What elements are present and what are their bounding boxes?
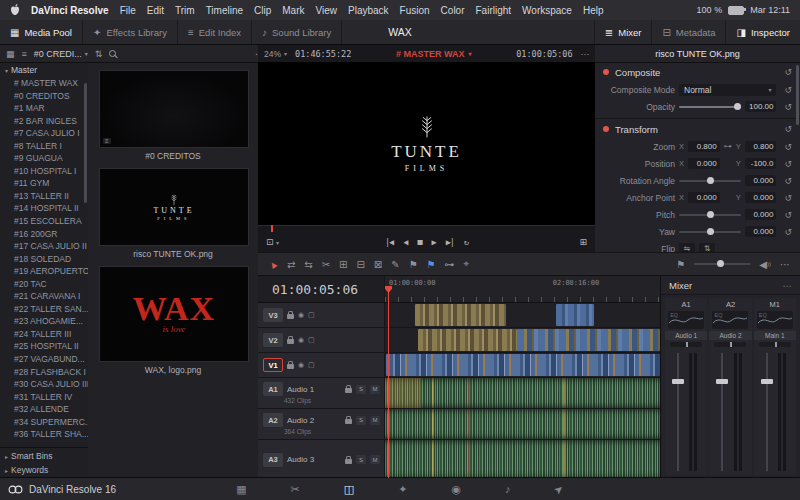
- edit-page-icon[interactable]: ◫: [344, 483, 354, 496]
- timeline-clip[interactable]: [415, 304, 506, 326]
- lock-icon[interactable]: [345, 459, 352, 464]
- fader-knob[interactable]: [672, 379, 684, 384]
- selection-tool-icon[interactable]: ▲: [266, 257, 280, 272]
- position-y-value[interactable]: -100.0: [745, 158, 777, 169]
- marker-icon[interactable]: ⚑: [427, 259, 436, 270]
- link-clips-icon[interactable]: ⊶: [445, 259, 455, 270]
- bin-item[interactable]: #9 GUAGUA: [0, 152, 88, 165]
- inspector-button[interactable]: ◨Inspector: [725, 20, 800, 44]
- inspector-scrollbar[interactable]: [796, 65, 799, 125]
- apple-menu[interactable]: [10, 4, 20, 16]
- channel-fader[interactable]: [754, 349, 796, 475]
- keywords-section[interactable]: ▸Keywords: [0, 463, 88, 477]
- mute-button[interactable]: M: [370, 455, 380, 464]
- video-lane[interactable]: [385, 328, 660, 352]
- trim-edit-tool-icon[interactable]: ⇄: [287, 259, 295, 270]
- solo-button[interactable]: S: [356, 416, 366, 425]
- opacity-reset-icon[interactable]: ↺: [784, 102, 792, 112]
- play-reverse-button[interactable]: ◀: [403, 237, 407, 247]
- zoom-y-value[interactable]: 0.800: [745, 141, 777, 152]
- yaw-reset-icon[interactable]: ↺: [784, 227, 792, 237]
- composite-enable-toggle[interactable]: [603, 69, 609, 75]
- auto-select-icon[interactable]: ◉: [298, 336, 304, 344]
- edit-index-button[interactable]: ≡Edit Index: [178, 20, 252, 44]
- pitch-reset-icon[interactable]: ↺: [784, 210, 792, 220]
- bin-item[interactable]: #36 TALLER SHA...: [0, 428, 88, 441]
- bin-item[interactable]: #11 GYM: [0, 177, 88, 190]
- menu-file[interactable]: File: [120, 5, 136, 16]
- pen-tool-icon[interactable]: ✎: [391, 259, 399, 270]
- menu-mark[interactable]: Mark: [282, 5, 304, 16]
- timeline-clip[interactable]: [386, 354, 660, 376]
- menu-playback[interactable]: Playback: [348, 5, 389, 16]
- transform-overlay-select[interactable]: ⊡ ▾: [266, 237, 279, 247]
- bin-scrollbar[interactable]: [84, 83, 87, 203]
- mute-button[interactable]: M: [370, 385, 380, 394]
- loop-button[interactable]: ↻: [464, 237, 468, 247]
- opacity-slider[interactable]: [679, 106, 741, 108]
- opacity-value[interactable]: 100.00: [745, 101, 776, 112]
- rotation-reset-icon[interactable]: ↺: [784, 176, 792, 186]
- flip-horizontal-button[interactable]: ⇋: [679, 243, 695, 252]
- audio-lane[interactable]: [385, 378, 660, 408]
- play-button[interactable]: ▶: [432, 237, 436, 247]
- rotation-angle-value[interactable]: 0.000: [745, 175, 776, 186]
- bin-item[interactable]: #30 CASA JULIO III: [0, 378, 88, 391]
- bin-item[interactable]: #17 CASA JULIO II: [0, 240, 88, 253]
- bin-root-master[interactable]: ▾Master: [0, 63, 88, 77]
- menu-view[interactable]: View: [316, 5, 338, 16]
- timeline-clip[interactable]: [418, 329, 517, 351]
- overwrite-clip-icon[interactable]: ⊟: [356, 259, 364, 270]
- composite-reset-icon[interactable]: ↺: [784, 67, 792, 77]
- bin-item[interactable]: #25 HOSPITAL II: [0, 340, 88, 353]
- anchor-y-value[interactable]: 0.000: [745, 192, 777, 203]
- mute-button[interactable]: M: [370, 416, 380, 425]
- eq-display[interactable]: EQ: [712, 311, 748, 329]
- bin-item[interactable]: #23 AHOGAMIE...: [0, 315, 88, 328]
- match-frame-icon[interactable]: ⊞: [579, 237, 587, 247]
- bin-item[interactable]: # MASTER WAX: [0, 77, 88, 90]
- scrubber-playhead[interactable]: [271, 225, 273, 232]
- pan-knob[interactable]: [775, 342, 777, 347]
- eq-display[interactable]: EQ: [757, 311, 793, 329]
- pan-control[interactable]: [670, 342, 702, 347]
- bin-item[interactable]: #14 HOSPITAL II: [0, 202, 88, 215]
- video-lane[interactable]: [385, 303, 660, 327]
- fairlight-page-icon[interactable]: ♪: [505, 483, 511, 495]
- menu-color[interactable]: Color: [441, 5, 465, 16]
- media-pool-button[interactable]: ▦Media Pool: [0, 20, 83, 44]
- transform-reset-icon[interactable]: ↺: [784, 124, 792, 134]
- flag-clip-icon[interactable]: ⚑: [409, 259, 418, 270]
- bin-item[interactable]: #18 SOLEDAD: [0, 253, 88, 266]
- menu-timeline[interactable]: Timeline: [206, 5, 243, 16]
- deliver-page-icon[interactable]: ➤: [551, 481, 566, 497]
- auto-select-icon[interactable]: ◉: [298, 311, 304, 319]
- media-page-icon[interactable]: ▦: [236, 483, 246, 496]
- menu-fusion[interactable]: Fusion: [400, 5, 430, 16]
- anchor-x-value[interactable]: 0.000: [688, 192, 720, 203]
- cut-page-icon[interactable]: ✂: [291, 483, 300, 496]
- pan-control[interactable]: [714, 342, 746, 347]
- pitch-slider[interactable]: [679, 214, 741, 216]
- flip-vertical-button[interactable]: ⇅: [699, 243, 715, 252]
- bin-item[interactable]: #8 TALLER I: [0, 140, 88, 153]
- jump-to-first-frame-button[interactable]: |◀: [385, 237, 393, 247]
- bin-item[interactable]: #32 ALLENDE: [0, 403, 88, 416]
- solo-button[interactable]: S: [356, 385, 366, 394]
- track-empty-icon[interactable]: ▢: [308, 336, 315, 344]
- replace-clip-icon[interactable]: ⊠: [374, 259, 382, 270]
- bin-item[interactable]: #2 BAR INGLES: [0, 115, 88, 128]
- track-name[interactable]: Audio 1: [287, 385, 341, 394]
- track-name[interactable]: Audio 3: [287, 455, 341, 464]
- lock-icon[interactable]: [287, 339, 294, 344]
- menu-edit[interactable]: Edit: [147, 5, 164, 16]
- position-reset-icon[interactable]: ↺: [784, 159, 792, 169]
- mixer-button[interactable]: ≣Mixer: [594, 20, 652, 44]
- track-enable-badge[interactable]: V3: [263, 308, 283, 322]
- audio-lane[interactable]: [385, 409, 660, 439]
- viewer-scrubber[interactable]: [258, 225, 595, 232]
- video-lane[interactable]: [385, 353, 660, 377]
- solo-button[interactable]: S: [356, 455, 366, 464]
- menu-workspace[interactable]: Workspace: [522, 5, 572, 16]
- bin-item[interactable]: #19 AEROPUERTO: [0, 265, 88, 278]
